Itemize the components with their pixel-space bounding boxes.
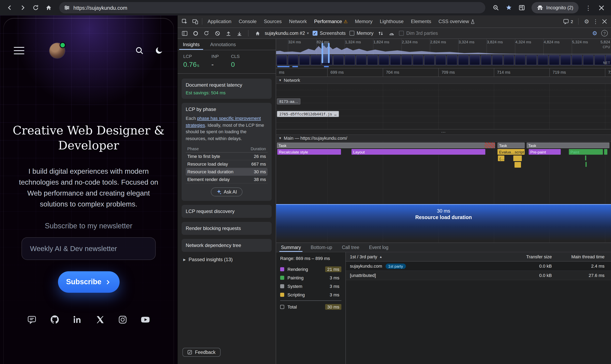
window-close-icon[interactable] xyxy=(596,2,607,13)
anonymous-call-bar[interactable] xyxy=(513,156,522,161)
zoom-icon[interactable] xyxy=(490,2,502,13)
table-row[interactable]: [unattributed] 0.0 kB 27.6 ms xyxy=(346,271,611,280)
task-bar[interactable]: Task xyxy=(527,143,609,148)
tab-lighthouse[interactable]: Lighthouse xyxy=(376,15,407,27)
tab-sources[interactable]: Sources xyxy=(260,15,285,27)
capture-settings-gear-icon[interactable]: ⚙ xyxy=(592,30,597,36)
issues-icon[interactable] xyxy=(563,19,569,24)
metric-inp[interactable]: INP - xyxy=(211,54,219,69)
site-settings-icon[interactable] xyxy=(64,5,70,11)
tab-insights[interactable]: Insights xyxy=(178,39,205,50)
tab-bottom-up[interactable]: Bottom-up xyxy=(306,243,337,252)
avatar[interactable] xyxy=(49,43,65,58)
tab-network[interactable]: Network xyxy=(285,15,311,27)
network-request[interactable]: 8173–aa… xyxy=(277,98,301,104)
dark-mode-toggle-icon[interactable] xyxy=(153,45,165,57)
devtools-menu-icon[interactable]: ⋮ xyxy=(593,19,598,24)
history-dropdown[interactable]: sujaykundu.com #2▾ xyxy=(265,31,309,36)
table-header[interactable]: 1st / 3rd party▲ Transfer size Main thre… xyxy=(346,252,611,261)
clear-icon[interactable] xyxy=(214,30,221,37)
phase-row-render-delay[interactable]: Element render delay38 ms xyxy=(186,176,268,183)
linkedin-icon[interactable] xyxy=(72,314,83,325)
tab-css-overview[interactable]: CSS overview xyxy=(435,15,478,27)
devtools-close-icon[interactable] xyxy=(602,19,607,24)
tab-application[interactable]: Application xyxy=(204,15,235,27)
evaluate-script-bar[interactable]: Evalua…script xyxy=(498,149,525,155)
insight-document-request-latency[interactable]: Document request latency Est savings: 50… xyxy=(182,78,272,99)
network-track-header[interactable]: ▼ Network xyxy=(276,77,611,84)
selected-window[interactable] xyxy=(323,43,328,63)
download-profile-icon[interactable] xyxy=(236,30,243,37)
help-icon[interactable]: ? xyxy=(601,30,608,37)
tab-console[interactable]: Console xyxy=(235,15,260,27)
insight-network-dependency-tree[interactable]: Network dependency tree xyxy=(182,239,272,252)
tab-elements[interactable]: Elements xyxy=(407,15,435,27)
cpu-throttle-icon[interactable] xyxy=(388,30,395,37)
task-bar[interactable]: Task xyxy=(277,143,495,148)
tab-memory[interactable]: Memory xyxy=(351,15,376,27)
timeline-overview[interactable]: 324 ms 824 ms 1,324 ms 1,824 ms 2,324 ms… xyxy=(276,39,611,68)
instagram-icon[interactable] xyxy=(117,314,128,325)
tab-call-tree[interactable]: Call tree xyxy=(337,243,364,252)
screenshots-checkbox[interactable]: ✓ Screenshots xyxy=(312,31,346,36)
paint-bar-small[interactable] xyxy=(604,149,607,155)
newsletter-email-input[interactable] xyxy=(22,237,156,260)
browser-menu-icon[interactable]: ⋮ xyxy=(583,2,594,13)
forward-button[interactable] xyxy=(17,2,28,13)
recalculate-style-bar[interactable]: Recalculate style xyxy=(277,149,341,155)
tab-annotations[interactable]: Annotations xyxy=(205,39,241,50)
device-toolbar-icon[interactable] xyxy=(190,17,200,26)
tab-performance[interactable]: Performance⚠ xyxy=(311,15,351,27)
task-bar[interactable]: Task xyxy=(498,143,525,148)
insight-lcp-by-phase[interactable]: LCP by phase Each phase has specific imp… xyxy=(182,103,272,201)
incognito-badge[interactable]: Incognito (2) xyxy=(532,2,579,13)
bookmark-star-icon[interactable] xyxy=(503,2,515,13)
metric-lcp[interactable]: LCP 0.76s xyxy=(183,54,199,69)
ask-ai-button[interactable]: Ask AI xyxy=(211,187,242,196)
memory-checkbox[interactable]: Memory xyxy=(349,31,374,36)
youtube-icon[interactable] xyxy=(140,314,151,325)
network-throttle-icon[interactable] xyxy=(377,30,384,37)
toggle-sidebar-icon[interactable] xyxy=(181,30,188,37)
comment-icon[interactable] xyxy=(27,314,37,325)
dim-3rd-parties-checkbox[interactable]: Dim 3rd parties xyxy=(399,31,438,36)
x-twitter-icon[interactable] xyxy=(95,314,105,325)
phase-row-load-duration[interactable]: Resource load duration30 ms xyxy=(186,168,268,176)
pre-paint-bar[interactable]: Pre-paint xyxy=(529,149,561,155)
window-right-handle[interactable] xyxy=(328,43,330,63)
metric-cls[interactable]: CLS 0 xyxy=(231,54,240,69)
layout-bar[interactable]: Layout xyxy=(351,149,485,155)
timeline-tracks[interactable]: ▼ Network 8173–aa… 2765-d5ffcc9812db441f… xyxy=(276,77,611,243)
record-icon[interactable] xyxy=(192,30,199,37)
paint-bar[interactable]: Paint xyxy=(569,149,603,155)
passed-insights-toggle[interactable]: ▶ Passed insights (13) xyxy=(182,256,272,263)
home-button[interactable] xyxy=(43,2,54,13)
tab-summary[interactable]: Summary xyxy=(276,243,306,252)
inspect-element-icon[interactable] xyxy=(179,17,190,26)
track-resize-handle[interactable] xyxy=(276,130,611,135)
devtools-settings-icon[interactable]: ⚙ xyxy=(584,19,589,24)
main-track-header[interactable]: ▼ Main — https://sujaykundu.com/ xyxy=(276,135,611,142)
window-left-handle[interactable] xyxy=(321,43,323,63)
hamburger-menu-icon[interactable] xyxy=(14,47,24,54)
reading-list-icon[interactable] xyxy=(516,2,528,13)
paint-tick[interactable] xyxy=(585,156,586,160)
subscribe-button[interactable]: Subscribe xyxy=(58,271,119,293)
paint-tick[interactable] xyxy=(585,162,587,167)
live-metrics-icon[interactable] xyxy=(254,30,261,37)
anonymous-call-bar[interactable]: (…) xyxy=(498,156,504,161)
feedback-button[interactable]: Feedback xyxy=(182,348,220,357)
address-bar[interactable]: https://sujaykundu.com xyxy=(59,2,486,13)
table-row[interactable]: sujaykundu.com1st party 0.0 kB 2.4 ms xyxy=(346,261,611,271)
search-icon[interactable] xyxy=(133,45,146,57)
network-request[interactable]: 2765-d5ffcc9812db441f.js … xyxy=(277,111,339,117)
github-icon[interactable] xyxy=(49,314,60,325)
reload-button[interactable] xyxy=(30,2,41,13)
anonymous-call-bar[interactable] xyxy=(514,162,521,168)
upload-profile-icon[interactable] xyxy=(225,30,232,37)
back-button[interactable] xyxy=(4,2,15,13)
insight-lcp-request-discovery[interactable]: LCP request discovery xyxy=(182,205,272,218)
tab-event-log[interactable]: Event log xyxy=(364,243,393,252)
insight-render-blocking-requests[interactable]: Render blocking requests xyxy=(182,222,272,235)
phase-row-load-delay[interactable]: Resource load delay667 ms xyxy=(186,160,268,168)
